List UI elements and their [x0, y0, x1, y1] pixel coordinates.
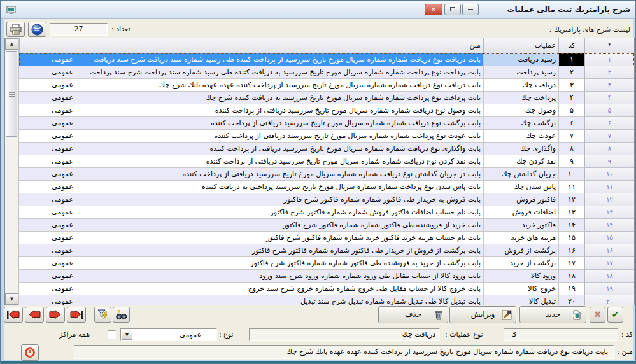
table-row[interactable]: ۱۳ ۱۳ اضافات فروش بابت نام حساب اضافات ف…: [19, 206, 634, 219]
table-row[interactable]: ۱۱ ۱۱ پاس شدن چك بابت پاس شدن نوع پرداخت…: [19, 181, 634, 193]
row-number-cell[interactable]: ۴: [584, 92, 634, 104]
row-text-cell[interactable]: بابت پرداخت نوع پرداخت شماره شماره سریال…: [80, 66, 483, 79]
row-number-cell[interactable]: ۱۶: [584, 244, 634, 257]
row-text-cell[interactable]: بابت در جریان گذاشتن نوع دریافت شماره شم…: [80, 168, 483, 181]
row-scope-cell[interactable]: عمومی: [19, 244, 80, 257]
last-record-button[interactable]: [67, 307, 86, 323]
row-operation-cell[interactable]: برگشت از فروش: [483, 244, 558, 257]
edit-button[interactable]: ویرایش: [449, 306, 516, 323]
row-scope-cell[interactable]: عمومی: [19, 270, 80, 283]
row-text-cell[interactable]: بابت تبدیل كالا طی تبدیل شماره شماره تبد…: [80, 295, 483, 305]
row-scope-cell[interactable]: عمومی: [19, 283, 80, 295]
table-row[interactable]: ۱۵ ۱۵ هزینه های خرید بابت نام حساب هزینه…: [19, 232, 634, 244]
row-scope-cell[interactable]: عمومی: [19, 92, 80, 104]
row-operation-cell[interactable]: هزینه های خرید: [483, 232, 558, 244]
row-text-cell[interactable]: بابت پرداخت نوع پرداخت شماره شماره سریال…: [80, 92, 483, 104]
row-operation-cell[interactable]: پرداخت چك: [483, 92, 558, 104]
row-scope-cell[interactable]: عمومی: [19, 206, 80, 219]
vertical-scrollbar[interactable]: ▲ ▼: [5, 38, 19, 305]
row-text-cell[interactable]: بابت دریافت نوع دریافت شماره شماره سریال…: [80, 53, 483, 66]
row-code-cell[interactable]: ۱۹: [558, 283, 584, 295]
table-row[interactable]: ۳ ۳ دریافت چك بابت دریافت نوع دریافت شما…: [19, 79, 634, 92]
new-button[interactable]: جدید N: [519, 306, 586, 323]
row-code-cell[interactable]: ۱: [558, 53, 584, 66]
row-scope-cell[interactable]: عمومی: [19, 219, 80, 232]
row-text-cell[interactable]: بابت پاس شدن نوع پرداخت شماره شماره سریا…: [80, 181, 483, 193]
table-row[interactable]: ۱۶ ۱۶ برگشت از فروش بابت برگشت از فروش ا…: [19, 244, 634, 257]
print-button[interactable]: [6, 22, 25, 37]
row-scope-cell[interactable]: عمومی: [19, 232, 80, 244]
row-code-cell[interactable]: ۱۵: [558, 232, 584, 244]
row-operation-cell[interactable]: دریافت چك: [483, 79, 558, 92]
header-row-marker[interactable]: *: [584, 38, 634, 53]
scroll-up-button[interactable]: ▲: [5, 38, 18, 50]
row-text-cell[interactable]: بابت نقد كردن نوع دریافت شماره شماره سری…: [80, 155, 483, 168]
row-number-cell[interactable]: ۸: [584, 143, 634, 155]
minimize-button[interactable]: [462, 4, 479, 15]
row-code-cell[interactable]: ۸: [558, 143, 584, 155]
table-row[interactable]: ۲ ۲ رسید پرداخت بابت پرداخت نوع پرداخت ش…: [19, 66, 634, 79]
row-number-cell[interactable]: ۲: [584, 66, 634, 79]
table-row[interactable]: ۱۷ ۱۷ برگشت از خرید بابت برگشت از خرید ب…: [19, 257, 634, 270]
all-centers-checkbox[interactable]: [108, 330, 116, 339]
row-scope-cell[interactable]: عمومی: [19, 168, 80, 181]
scrollbar-track[interactable]: [5, 50, 18, 293]
row-code-cell[interactable]: ۲۰: [558, 295, 584, 305]
table-row[interactable]: ۹ ۹ نقد كردن چك بابت نقد كردن نوع دریافت…: [19, 155, 634, 168]
row-operation-cell[interactable]: برگشت چك: [483, 117, 558, 130]
row-text-cell[interactable]: بابت عودت نوع پرداخت شماره شماره سریال م…: [80, 130, 483, 143]
row-scope-cell[interactable]: عمومی: [19, 104, 80, 117]
row-operation-cell[interactable]: جریان گذاشتن چك: [483, 168, 558, 181]
row-number-cell[interactable]: ۱۳: [584, 206, 634, 219]
table-row[interactable]: ۱۹ ۱۹ خروج كالا بابت خروج كالا از حساب م…: [19, 283, 634, 295]
scrollbar-thumb[interactable]: [6, 51, 17, 137]
header-operation[interactable]: عملیات: [483, 38, 558, 53]
row-text-cell[interactable]: بابت ورود كالا از حساب مقابل طی ورود شما…: [80, 270, 483, 283]
row-operation-cell[interactable]: رسید پرداخت: [483, 66, 558, 79]
row-operation-cell[interactable]: تبدیل كالا: [483, 295, 558, 305]
previous-record-button[interactable]: [25, 307, 44, 323]
row-operation-cell[interactable]: عودت چك: [483, 130, 558, 143]
row-code-cell[interactable]: ۱۳: [558, 206, 584, 219]
row-text-cell[interactable]: بابت برگشت از خرید به فروشنده طی فاكتور …: [80, 257, 483, 270]
row-operation-cell[interactable]: برگشت از خرید: [483, 257, 558, 270]
row-number-cell[interactable]: ۹: [584, 155, 634, 168]
row-number-cell[interactable]: ۷: [584, 130, 634, 143]
table-row[interactable]: ۱۲ ۱۲ فاكتور فروش بابت فروش به خریدار طی…: [19, 193, 634, 206]
row-scope-cell[interactable]: عمومی: [19, 130, 80, 143]
table-row[interactable]: ۱ ۱ رسید دریافت بابت دریافت نوع دریافت ش…: [19, 53, 634, 66]
row-operation-cell[interactable]: واگذاری چك: [483, 143, 558, 155]
table-row[interactable]: ۶ ۶ برگشت چك بابت برگشت نوع دریافت شماره…: [19, 117, 634, 130]
confirm-button[interactable]: ✔: [607, 307, 623, 323]
row-code-cell[interactable]: ۱۶: [558, 244, 584, 257]
row-operation-cell[interactable]: نقد كردن چك: [483, 155, 558, 168]
row-number-cell[interactable]: ۱۸: [584, 270, 634, 283]
row-number-cell[interactable]: ۱۴: [584, 219, 634, 232]
row-code-cell[interactable]: ۱۷: [558, 257, 584, 270]
filter-button[interactable]: [94, 307, 111, 323]
table-row[interactable]: ۸ ۸ واگذاری چك بابت واگذاری نوع دریافت ش…: [19, 143, 634, 155]
first-record-button[interactable]: [4, 307, 23, 323]
row-operation-cell[interactable]: ورود كالا: [483, 270, 558, 283]
header-text[interactable]: متن: [80, 38, 483, 53]
row-scope-cell[interactable]: عمومی: [19, 66, 80, 79]
row-scope-cell[interactable]: عمومی: [19, 79, 80, 92]
row-text-cell[interactable]: بابت برگشت از فروش از خریدار طی فاكتور ش…: [80, 244, 483, 257]
maximize-button[interactable]: [444, 4, 461, 15]
row-number-cell[interactable]: ۱۲: [584, 193, 634, 206]
row-scope-cell[interactable]: عمومی: [19, 181, 80, 193]
row-operation-cell[interactable]: فاكتور فروش: [483, 193, 558, 206]
table-row[interactable]: ۴ ۴ پرداخت چك بابت پرداخت نوع پرداخت شما…: [19, 92, 634, 104]
chevron-down-icon[interactable]: ▼: [122, 330, 132, 340]
row-code-cell[interactable]: ۱۰: [558, 168, 584, 181]
delete-button[interactable]: حذف: [378, 306, 448, 323]
row-text-cell[interactable]: بابت دریافت نوع دریافت شماره شماره سریال…: [80, 79, 483, 92]
row-number-cell[interactable]: ۱: [584, 53, 634, 66]
scroll-down-button[interactable]: ▼: [5, 293, 18, 305]
row-number-cell[interactable]: ۶: [584, 117, 634, 130]
table-row[interactable]: ۱۴ ۱۴ فاكتور خرید بابت خرید از فروشنده ط…: [19, 219, 634, 232]
next-record-button[interactable]: [46, 307, 65, 323]
row-number-cell[interactable]: ۳: [584, 79, 634, 92]
table-row[interactable]: ۲۰ ۲۰ تبدیل كالا بابت تبدیل كالا طی تبدی…: [19, 295, 634, 305]
close-button[interactable]: ✕: [425, 4, 442, 15]
